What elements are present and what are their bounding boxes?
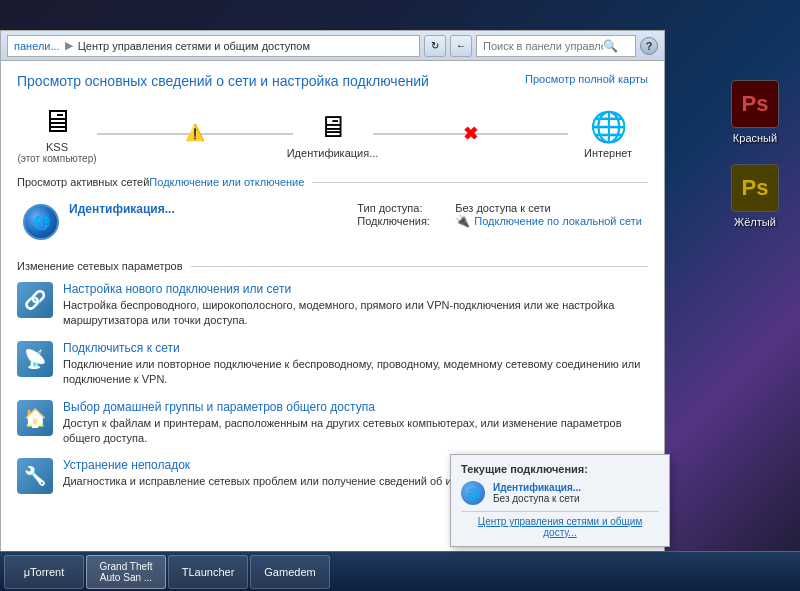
connector-1: ⚠️ bbox=[97, 133, 293, 135]
conn-value-link[interactable]: Подключение по локальной сети bbox=[474, 215, 642, 227]
search-icon[interactable]: 🔍 bbox=[603, 39, 618, 53]
change-settings-header: Изменение сетевых параметров bbox=[17, 260, 648, 272]
active-networks-title: Просмотр активных сетей bbox=[17, 176, 149, 188]
router-icon: 🖥 bbox=[318, 110, 348, 144]
network-conn-row: Подключения: 🔌 Подключение по локальной … bbox=[357, 214, 642, 228]
connect-icon: 📡 bbox=[17, 341, 53, 377]
new-conn-icon-glyph: 🔗 bbox=[24, 289, 46, 311]
search-input[interactable] bbox=[483, 40, 603, 52]
tlauncher-label: TLauncher bbox=[182, 566, 235, 578]
computer-icon: 🖥 bbox=[41, 103, 73, 140]
breadcrumb-sep: ▶ bbox=[65, 39, 73, 52]
change-settings-title-text: Изменение сетевых параметров bbox=[17, 260, 183, 272]
network-node-router: 🖥 Идентификация... bbox=[293, 109, 373, 159]
setting-item-new-conn: 🔗 Настройка нового подключения или сети … bbox=[17, 282, 648, 329]
active-network-row: 🌐 Идентификация... Тип доступа: Без дост… bbox=[17, 196, 648, 246]
new-conn-link[interactable]: Настройка нового подключения или сети bbox=[63, 282, 648, 296]
connector-2: ✖ bbox=[373, 133, 569, 135]
connect-icon-glyph: 📡 bbox=[24, 348, 46, 370]
active-networks-header: Просмотр активных сетей Подключение или … bbox=[17, 176, 648, 188]
full-map-link[interactable]: Просмотр полной карты bbox=[525, 73, 648, 85]
network-type-row: Тип доступа: Без доступа к сети bbox=[357, 202, 642, 214]
type-value: Без доступа к сети bbox=[455, 202, 550, 214]
connect-desc: Подключение или повторное подключение к … bbox=[63, 358, 640, 385]
troubleshoot-icon: 🔧 bbox=[17, 458, 53, 494]
popup-net-info: Идентификация... Без доступа к сети bbox=[493, 482, 581, 504]
error-icon: ✖ bbox=[463, 123, 478, 145]
gamedem-label: Gamedem bbox=[264, 566, 315, 578]
homegroup-link[interactable]: Выбор домашней группы и параметров общег… bbox=[63, 400, 648, 414]
taskbar-item-gta[interactable]: Grand Theft Auto San ... bbox=[86, 555, 166, 589]
help-button[interactable]: ? bbox=[640, 37, 658, 55]
internet-label: Интернет bbox=[584, 147, 632, 159]
network-name-container: Идентификация... bbox=[69, 202, 175, 216]
connect-text: Подключиться к сети Подключение или повт… bbox=[63, 341, 648, 388]
setting-item-connect: 📡 Подключиться к сети Подключение или по… bbox=[17, 341, 648, 388]
conn-value-container: 🔌 Подключение по локальной сети bbox=[455, 214, 642, 228]
popup-net-name: Идентификация... bbox=[493, 482, 581, 493]
network-diagram: 🖥 KSS (этот компьютер) ⚠️ 🖥 Идентификаци… bbox=[17, 103, 648, 164]
desktop-icon-yellow-label: Жёлтый bbox=[734, 216, 776, 228]
homegroup-icon-glyph: 🏠 bbox=[24, 407, 46, 429]
popup-net-status: Без доступа к сети bbox=[493, 493, 581, 504]
search-box[interactable]: 🔍 bbox=[476, 35, 636, 57]
connect-link[interactable]: Подключиться к сети bbox=[63, 341, 648, 355]
network-node-internet: 🌐 Интернет bbox=[568, 109, 648, 159]
globe-icon: 🌐 bbox=[590, 109, 627, 144]
desktop-icon-red-label: Красный bbox=[733, 132, 777, 144]
conn-icon: 🔌 bbox=[455, 214, 470, 228]
refresh-button[interactable]: ↻ bbox=[424, 35, 446, 57]
homegroup-icon: 🏠 bbox=[17, 400, 53, 436]
popup-bottom-link[interactable]: Центр управления сетями и общим досту... bbox=[461, 511, 659, 538]
homegroup-text: Выбор домашней группы и параметров общег… bbox=[63, 400, 648, 447]
network-globe-inner: 🌐 bbox=[33, 214, 50, 230]
conn-label: Подключения: bbox=[357, 215, 447, 227]
network-node-computer: 🖥 KSS (этот компьютер) bbox=[17, 103, 97, 164]
back-button[interactable]: ← bbox=[450, 35, 472, 57]
new-conn-icon: 🔗 bbox=[17, 282, 53, 318]
connect-disconnect-link[interactable]: Подключение или отключение bbox=[149, 176, 304, 188]
breadcrumb-current: Центр управления сетями и общим доступом bbox=[78, 40, 310, 52]
type-label: Тип доступа: bbox=[357, 202, 447, 214]
network-name: Идентификация... bbox=[69, 202, 175, 216]
gta-line1: Grand Theft bbox=[99, 561, 152, 572]
setting-item-homegroup: 🏠 Выбор домашней группы и параметров общ… bbox=[17, 400, 648, 447]
troubleshoot-icon-glyph: 🔧 bbox=[24, 465, 46, 487]
taskbar: μTorrent Grand Theft Auto San ... TLaunc… bbox=[0, 551, 800, 591]
troubleshoot-desc: Диагностика и исправление сетевых пробле… bbox=[63, 475, 515, 487]
popup-title: Текущие подключения: bbox=[461, 463, 659, 475]
homegroup-desc: Доступ к файлам и принтерам, расположенн… bbox=[63, 417, 622, 444]
network-info: Тип доступа: Без доступа к сети Подключе… bbox=[357, 202, 642, 228]
breadcrumb-panels[interactable]: панели... bbox=[14, 40, 60, 52]
network-globe-icon: 🌐 bbox=[23, 204, 59, 240]
computer-sublabel: (этот компьютер) bbox=[17, 153, 96, 164]
warning-icon: ⚠️ bbox=[185, 123, 205, 142]
new-conn-desc: Настройка беспроводного, широкополосного… bbox=[63, 299, 614, 326]
new-conn-text: Настройка нового подключения или сети На… bbox=[63, 282, 648, 329]
address-bar: панели... ▶ Центр управления сетями и об… bbox=[1, 31, 664, 61]
router-label: Идентификация... bbox=[287, 147, 379, 159]
network-popup: Текущие подключения: 🌐 Идентификация... … bbox=[450, 454, 670, 547]
utorrent-label: μTorrent bbox=[24, 566, 65, 578]
taskbar-item-tlauncher[interactable]: TLauncher bbox=[168, 555, 248, 589]
desktop-icon-red[interactable]: Ps Красный bbox=[720, 80, 790, 144]
popup-net-icon: 🌐 bbox=[461, 481, 485, 505]
popup-network-item: 🌐 Идентификация... Без доступа к сети bbox=[461, 481, 659, 505]
gta-line2: Auto San ... bbox=[100, 572, 152, 583]
desktop-icons-container: Ps Красный Ps Жёлтый bbox=[720, 80, 790, 228]
taskbar-item-utorrent[interactable]: μTorrent bbox=[4, 555, 84, 589]
desktop-icon-yellow[interactable]: Ps Жёлтый bbox=[720, 164, 790, 228]
address-path: панели... ▶ Центр управления сетями и об… bbox=[7, 35, 420, 57]
taskbar-item-gamedem[interactable]: Gamedem bbox=[250, 555, 330, 589]
computer-label: KSS bbox=[46, 141, 68, 153]
